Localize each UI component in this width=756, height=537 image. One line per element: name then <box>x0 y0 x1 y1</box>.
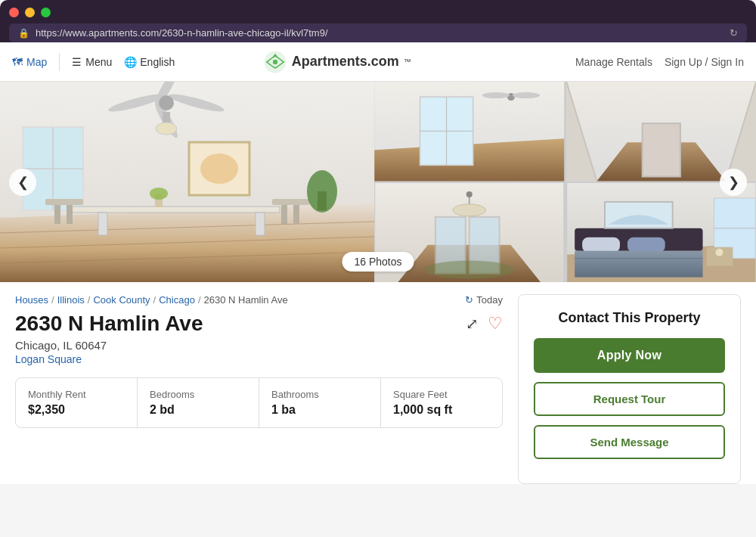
sign-in-link[interactable]: Sign Up / Sign In <box>665 56 744 68</box>
svg-rect-25 <box>281 205 287 224</box>
svg-rect-43 <box>642 123 680 176</box>
gallery-grid <box>374 82 756 282</box>
gallery-photo-5[interactable] <box>566 183 757 283</box>
hamburger-icon: ☰ <box>72 56 82 68</box>
nav-menu-button[interactable]: ☰ Menu <box>72 56 112 68</box>
property-title: 2630 N Hamlin Ave <box>15 312 203 336</box>
svg-rect-18 <box>68 206 280 213</box>
gallery-prev-button[interactable]: ❮ <box>9 169 36 196</box>
refresh-icon: ↻ <box>465 294 473 306</box>
apartments-logo-icon <box>263 50 287 74</box>
logo-text: Apartments.com <box>292 54 399 70</box>
nav-language-button[interactable]: 🌐 English <box>124 56 175 68</box>
svg-rect-24 <box>272 199 310 205</box>
svg-point-39 <box>482 92 510 98</box>
gallery-photo-2[interactable] <box>374 82 565 182</box>
url-text[interactable]: https://www.apartments.com/2630-n-hamlin… <box>36 27 723 39</box>
language-label: English <box>140 56 175 68</box>
navbar: 🗺 Map ☰ Menu 🌐 English Apartments.com™ M… <box>0 42 756 82</box>
stat-beds-value: 2 bd <box>150 403 246 417</box>
svg-point-53 <box>466 191 472 197</box>
property-address: Chicago, IL 60647 <box>15 339 503 352</box>
reload-icon[interactable]: ↻ <box>730 27 738 39</box>
svg-rect-63 <box>627 237 665 252</box>
contact-card: Contact This Property Apply Now Request … <box>518 294 741 484</box>
stat-bedrooms: Bedrooms 2 bd <box>138 378 259 427</box>
map-icon: 🗺 <box>12 56 23 68</box>
photos-count-badge[interactable]: 16 Photos <box>342 252 414 272</box>
logo-tm: ™ <box>404 57 411 66</box>
browser-chrome: 🔒 https://www.apartments.com/2630-n-haml… <box>0 0 756 42</box>
stat-rent-value: $2,350 <box>28 403 125 417</box>
stat-baths-label: Bathrooms <box>271 389 368 400</box>
nav-map-label: Map <box>26 56 47 68</box>
nav-map-link[interactable]: 🗺 Map <box>12 56 47 68</box>
breadcrumb: Houses / Illinois / Cook County / Chicag… <box>15 294 503 306</box>
breadcrumb-chicago[interactable]: Chicago <box>159 294 195 306</box>
svg-rect-21 <box>45 199 83 205</box>
svg-point-55 <box>453 203 486 216</box>
stat-monthly-rent: Monthly Rent $2,350 <box>16 378 138 427</box>
stat-rent-label: Monthly Rent <box>28 389 125 400</box>
chevron-left-icon: ❮ <box>17 174 29 191</box>
stat-beds-label: Bedrooms <box>150 389 246 400</box>
minimize-button[interactable] <box>25 8 35 17</box>
stats-box: Monthly Rent $2,350 Bedrooms 2 bd Bathro… <box>15 377 503 428</box>
maximize-button[interactable] <box>41 8 51 17</box>
breadcrumb-sep-3: / <box>153 294 156 306</box>
title-actions: ⤢ ♡ <box>466 314 503 334</box>
apply-now-button[interactable]: Apply Now <box>534 338 725 373</box>
updated-text: Today <box>476 294 503 306</box>
traffic-lights <box>9 8 747 17</box>
svg-point-28 <box>200 154 238 184</box>
svg-point-56 <box>424 260 515 278</box>
svg-rect-20 <box>256 213 265 235</box>
stat-sqft-value: 1,000 sq ft <box>393 403 490 417</box>
property-title-row: 2630 N Hamlin Ave ⤢ ♡ <box>15 312 503 336</box>
svg-point-17 <box>156 123 177 135</box>
globe-icon: 🌐 <box>124 56 137 68</box>
chevron-right-icon: ❯ <box>728 174 739 191</box>
svg-point-32 <box>150 188 168 200</box>
lock-icon: 🔒 <box>18 28 29 39</box>
manage-rentals-link[interactable]: Manage Rentals <box>575 56 652 68</box>
breadcrumb-sep-4: / <box>198 294 201 306</box>
request-tour-button[interactable]: Request Tour <box>534 382 725 416</box>
breadcrumb-sep-1: / <box>51 294 54 306</box>
nav-right-links: Manage Rentals Sign Up / Sign In <box>575 56 744 68</box>
gallery-main-photo[interactable] <box>0 82 374 282</box>
breadcrumb-sep-2: / <box>88 294 91 306</box>
svg-point-15 <box>159 95 174 110</box>
main-column: Houses / Illinois / Cook County / Chicag… <box>15 282 518 484</box>
svg-rect-62 <box>582 237 620 252</box>
send-message-button[interactable]: Send Message <box>534 425 725 459</box>
favorite-button[interactable]: ♡ <box>488 314 503 334</box>
nav-logo[interactable]: Apartments.com™ <box>263 50 411 74</box>
neighborhood-link[interactable]: Logan Square <box>15 353 503 365</box>
svg-rect-26 <box>293 205 299 224</box>
photo-gallery: ❮ ❯ 16 Photos <box>0 82 756 282</box>
photos-count-text: 16 Photos <box>354 256 401 268</box>
share-button[interactable]: ⤢ <box>466 315 479 333</box>
contact-title: Contact This Property <box>534 310 725 326</box>
nav-divider <box>59 53 60 71</box>
breadcrumb-cook-county[interactable]: Cook County <box>93 294 150 306</box>
svg-rect-22 <box>54 205 60 224</box>
svg-point-68 <box>715 248 723 256</box>
svg-rect-19 <box>98 213 107 235</box>
last-updated: ↻ Today <box>465 294 503 306</box>
breadcrumb-current: 2630 N Hamlin Ave <box>204 294 288 306</box>
address-bar[interactable]: 🔒 https://www.apartments.com/2630-n-haml… <box>9 23 747 42</box>
menu-label: Menu <box>85 56 112 68</box>
gallery-photo-3[interactable] <box>566 82 757 182</box>
svg-point-40 <box>513 92 540 98</box>
stat-baths-value: 1 ba <box>271 403 368 417</box>
page-content: Houses / Illinois / Cook County / Chicag… <box>0 282 756 484</box>
breadcrumb-houses[interactable]: Houses <box>15 294 48 306</box>
stat-sqft-label: Square Feet <box>393 389 490 400</box>
close-button[interactable] <box>9 8 19 17</box>
svg-point-1 <box>273 59 277 64</box>
breadcrumb-illinois[interactable]: Illinois <box>57 294 85 306</box>
gallery-next-button[interactable]: ❯ <box>720 169 747 196</box>
stat-sqft: Square Feet 1,000 sq ft <box>381 378 502 427</box>
